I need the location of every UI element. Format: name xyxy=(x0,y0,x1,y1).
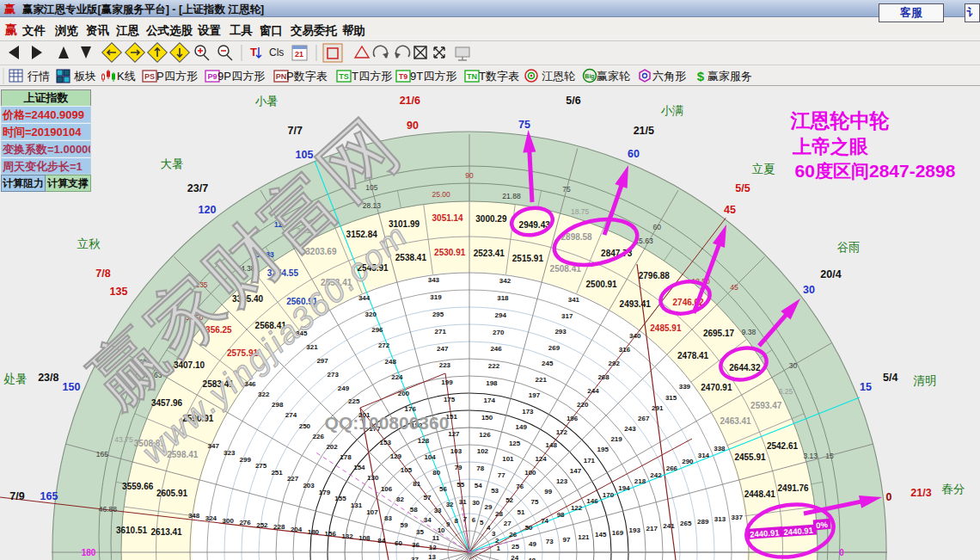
svg-text:80: 80 xyxy=(432,469,440,477)
svg-text:265: 265 xyxy=(680,520,692,527)
svg-text:2485.91: 2485.91 xyxy=(650,323,682,333)
svg-text:5: 5 xyxy=(480,519,484,526)
svg-text:226: 226 xyxy=(313,433,325,440)
svg-text:3610.51: 3610.51 xyxy=(116,526,148,535)
svg-text:219: 219 xyxy=(610,435,622,443)
svg-text:谷雨: 谷雨 xyxy=(837,241,861,254)
svg-text:266: 266 xyxy=(666,465,678,472)
svg-text:30: 30 xyxy=(472,499,480,507)
svg-text:100: 100 xyxy=(524,469,536,477)
svg-text:48: 48 xyxy=(528,557,536,560)
svg-text:32: 32 xyxy=(446,501,454,508)
svg-text:97: 97 xyxy=(563,536,571,544)
svg-text:224: 224 xyxy=(391,373,403,381)
svg-text:上帝之眼: 上帝之眼 xyxy=(792,136,869,157)
svg-text:3051.14: 3051.14 xyxy=(432,213,464,223)
svg-text:318: 318 xyxy=(497,294,509,302)
svg-text:195: 195 xyxy=(597,446,609,453)
svg-text:347: 347 xyxy=(208,442,220,450)
svg-text:241: 241 xyxy=(663,522,675,530)
svg-text:PS: PS xyxy=(144,72,155,81)
svg-text:101: 101 xyxy=(502,455,514,463)
svg-text:37: 37 xyxy=(411,556,419,560)
svg-text:99: 99 xyxy=(544,488,552,495)
svg-text:75: 75 xyxy=(562,185,571,194)
svg-text:98: 98 xyxy=(557,511,565,519)
svg-text:197: 197 xyxy=(529,391,541,399)
svg-text:81: 81 xyxy=(413,480,420,488)
svg-text:43.75: 43.75 xyxy=(114,435,133,444)
svg-text:291: 291 xyxy=(652,404,664,412)
svg-text:228: 228 xyxy=(273,523,285,531)
svg-text:173: 173 xyxy=(522,408,534,415)
svg-text:294: 294 xyxy=(495,311,507,319)
svg-text:178: 178 xyxy=(340,453,352,461)
svg-text:172: 172 xyxy=(556,428,568,436)
svg-text:156: 156 xyxy=(325,530,337,538)
svg-text:30: 30 xyxy=(789,361,798,370)
svg-text:2605.91: 2605.91 xyxy=(156,489,188,498)
svg-text:小暑: 小暑 xyxy=(255,95,279,108)
svg-text:P9: P9 xyxy=(207,72,217,81)
svg-text:清明: 清明 xyxy=(914,374,937,387)
svg-text:165: 165 xyxy=(96,450,108,458)
svg-text:28: 28 xyxy=(495,510,503,518)
svg-text:313: 313 xyxy=(714,515,726,523)
svg-text:124: 124 xyxy=(535,455,547,463)
svg-text:29: 29 xyxy=(484,503,492,511)
svg-text:244: 244 xyxy=(587,387,599,395)
svg-text:4: 4 xyxy=(487,524,491,532)
svg-text:江恩轮中轮: 江恩轮中轮 xyxy=(790,109,891,132)
svg-text:50: 50 xyxy=(525,524,533,532)
svg-text:2644.32: 2644.32 xyxy=(729,363,761,372)
svg-text:348: 348 xyxy=(188,512,200,520)
svg-text:150: 150 xyxy=(63,381,81,393)
svg-text:169: 169 xyxy=(612,529,624,537)
svg-text:77: 77 xyxy=(498,471,505,479)
svg-text:84: 84 xyxy=(377,537,385,545)
svg-text:270: 270 xyxy=(493,329,505,336)
svg-text:立秋: 立秋 xyxy=(77,237,101,250)
svg-text:TS: TS xyxy=(339,72,349,81)
svg-text:129: 129 xyxy=(390,452,402,460)
svg-text:153: 153 xyxy=(380,439,392,446)
svg-text:35: 35 xyxy=(416,528,424,536)
svg-text:立夏: 立夏 xyxy=(752,163,776,175)
svg-text:193: 193 xyxy=(629,526,641,534)
svg-text:298: 298 xyxy=(272,401,284,409)
svg-text:337: 337 xyxy=(732,514,744,521)
svg-text:56: 56 xyxy=(439,485,447,493)
svg-text:314: 314 xyxy=(698,452,710,459)
svg-text:145: 145 xyxy=(595,531,607,538)
svg-text:21/6: 21/6 xyxy=(400,95,420,107)
svg-text:341: 341 xyxy=(568,296,580,304)
svg-text:245: 245 xyxy=(542,360,554,367)
svg-text:300: 300 xyxy=(223,517,235,525)
svg-text:268: 268 xyxy=(597,373,609,381)
svg-text:251: 251 xyxy=(271,469,283,477)
svg-text:131: 131 xyxy=(351,502,363,509)
svg-text:339: 339 xyxy=(679,383,691,391)
svg-text:75: 75 xyxy=(530,498,538,506)
svg-text:2470.91: 2470.91 xyxy=(701,383,732,392)
svg-text:174: 174 xyxy=(484,397,496,404)
svg-text:0: 0 xyxy=(886,491,892,503)
svg-text:154: 154 xyxy=(353,464,365,471)
svg-text:107: 107 xyxy=(366,508,378,516)
svg-text:60: 60 xyxy=(652,223,661,231)
svg-text:10: 10 xyxy=(438,526,445,534)
svg-text:12: 12 xyxy=(429,544,437,551)
svg-text:T: T xyxy=(250,46,257,58)
svg-text:T9: T9 xyxy=(399,72,408,81)
svg-text:52: 52 xyxy=(505,496,513,504)
svg-text:249: 249 xyxy=(338,385,350,392)
svg-text:21.88: 21.88 xyxy=(502,192,521,200)
svg-text:105: 105 xyxy=(401,466,413,474)
svg-text:0: 0 xyxy=(839,548,844,557)
svg-text:73: 73 xyxy=(546,538,554,545)
svg-text:315: 315 xyxy=(665,394,677,402)
svg-text:340: 340 xyxy=(629,332,641,340)
svg-text:5/4: 5/4 xyxy=(883,372,897,384)
svg-text:274: 274 xyxy=(285,411,297,419)
svg-text:78: 78 xyxy=(476,465,484,472)
